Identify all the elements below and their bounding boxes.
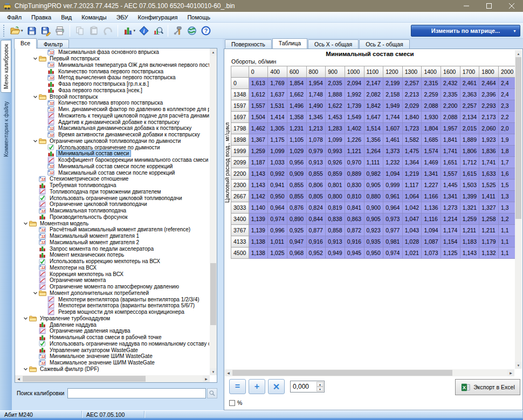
scroll-left-arrow[interactable]: ◀ [225, 369, 232, 376]
table-cell[interactable]: 0,872 [345, 225, 364, 236]
tree-item[interactable]: .12Максимальная динамическая добавка к п… [16, 125, 209, 132]
tree-item[interactable]: .12Максимальный момент двигателя 1 [16, 233, 209, 239]
table-cell[interactable]: 0,859 [326, 168, 345, 180]
column-header[interactable]: 1000 [345, 66, 364, 78]
table-cell[interactable]: 0,889 [345, 168, 364, 180]
table-cell[interactable]: 1,099 [326, 134, 345, 146]
row-header[interactable]: 1697 [231, 112, 249, 123]
save-file-button[interactable] [25, 24, 39, 38]
table-cell[interactable]: 0,855 [287, 180, 306, 191]
table-cell[interactable]: 1,139 [249, 225, 268, 236]
scroll-right-arrow[interactable]: ▶ [507, 369, 514, 376]
table-cell[interactable]: 2,035 [326, 78, 345, 89]
table-cell[interactable]: 1,651 [441, 157, 460, 168]
tree-item[interactable]: .12Мехпотери на ВСХ [16, 265, 209, 271]
table-cell[interactable]: 1,804 [422, 123, 441, 134]
table-cell[interactable]: 1,078 [306, 134, 326, 146]
tree-item[interactable]: Номинальный состав смеси в рабочей точке [16, 334, 209, 341]
table-cell[interactable]: 1,143 [460, 247, 479, 259]
row-header[interactable]: 3767 [231, 225, 249, 236]
menu-item-1[interactable]: Файл [2, 13, 26, 22]
scroll-down-arrow[interactable]: ▼ [515, 362, 522, 369]
table-cell[interactable]: 1,414 [268, 112, 287, 123]
table-cell[interactable]: 0,858 [326, 225, 345, 236]
table-cell[interactable]: 1,356 [364, 134, 383, 146]
scroll-track[interactable] [22, 375, 203, 382]
table-cell[interactable]: 1,954 [306, 78, 326, 89]
table-cell[interactable]: 1,033 [268, 157, 287, 168]
table-cell[interactable]: 0,968 [287, 247, 306, 259]
content-tab-1[interactable]: Поверхность [225, 39, 272, 49]
add-value-button[interactable]: + [249, 379, 265, 394]
column-header[interactable]: 800 [306, 66, 326, 78]
tree-item[interactable]: Производительность форсунок [16, 214, 209, 221]
tree-item[interactable]: Аддитив к динамической добавке к поствпр… [16, 119, 209, 125]
tree-item[interactable]: .12Минимальная температура ОЖ для включе… [16, 62, 209, 68]
table-cell[interactable]: 2,200 [441, 100, 460, 112]
table-cell[interactable]: 1,957 [441, 123, 460, 134]
table-cell[interactable]: 1,143 [249, 168, 268, 180]
table-cell[interactable]: 2,315 [422, 78, 441, 89]
table-cell[interactable]: 1,043 [402, 225, 422, 236]
scroll-track[interactable] [232, 369, 507, 376]
menu-item-5[interactable]: ЭБУ [112, 13, 133, 22]
table-cell[interactable]: 1,647 [364, 112, 383, 123]
tree-item[interactable]: .12Максимальная топливоподача [16, 208, 209, 214]
tree-item[interactable]: .12Мин. динамический фактор по давлению … [16, 106, 209, 113]
row-header[interactable]: 3400 [231, 214, 249, 225]
table-cell[interactable]: 1,613 [249, 78, 268, 89]
table-cell[interactable]: 1,042 [402, 202, 422, 214]
table-cell[interactable]: 0,916 [345, 236, 364, 247]
table-cell[interactable]: 1,231 [287, 123, 306, 134]
maximize-button[interactable] [478, 0, 500, 12]
tree-item[interactable]: Сажевый фильтр (DPF) [16, 366, 209, 373]
table-cell[interactable]: 1,582 [402, 134, 422, 146]
column-header[interactable]: 1100 [364, 66, 383, 78]
table-cell[interactable]: 0,830 [345, 180, 364, 191]
scroll-track[interactable] [210, 56, 217, 368]
table-cell[interactable]: 1,490 [306, 100, 326, 112]
table-cell[interactable]: 1,741 [479, 157, 499, 168]
paste-button[interactable] [87, 24, 101, 38]
tree-item[interactable]: Запрос момента по педали акселератора [16, 245, 209, 252]
chevron-down-icon[interactable] [23, 221, 28, 226]
tree-item[interactable]: Управление турбонаддувом [16, 315, 209, 322]
chevron-down-icon[interactable] [23, 367, 28, 371]
table-cell[interactable]: 1,099 [268, 146, 287, 157]
table-cell[interactable]: 1,930 [422, 112, 441, 123]
table-cell[interactable]: 1,367 [249, 134, 268, 146]
table-cell[interactable]: 1,739 [345, 100, 364, 112]
table-cell[interactable]: 1,139 [249, 214, 268, 225]
chevron-down-icon[interactable] [33, 139, 38, 143]
tree-item[interactable]: Мехпотери вентилятора (варианты вентилят… [16, 302, 209, 309]
tree-item[interactable]: Коррекция мехпотерь на ВСХ [16, 271, 209, 277]
table-cell[interactable]: 1,174 [441, 225, 460, 236]
table-cell[interactable]: 1,662 [287, 89, 306, 100]
calibration-chart-button[interactable] [121, 24, 135, 38]
tree-item[interactable]: .12Максимальный момент двигателя 2 [16, 239, 209, 246]
table-cell[interactable]: 2,173 [479, 112, 499, 123]
table-cell[interactable]: 1,622 [326, 100, 345, 112]
row-header[interactable]: 2300 [231, 180, 249, 191]
column-header[interactable]: 1700 [460, 66, 479, 78]
column-header[interactable]: 1800 [479, 66, 499, 78]
table-cell[interactable]: 0,981 [383, 236, 403, 247]
row-header[interactable]: 2200 [231, 168, 249, 180]
tree-item[interactable]: Фаза первого поствпрыска [нсек.] [16, 87, 209, 94]
scroll-thumb[interactable] [515, 57, 521, 219]
table-cell[interactable]: 2,432 [441, 78, 460, 89]
row-header[interactable]: 1898 [231, 134, 249, 146]
table-cell[interactable]: 2,088 [422, 100, 441, 112]
row-header[interactable]: 1597 [231, 100, 249, 112]
table-cell[interactable]: 1,557 [249, 100, 268, 112]
table-cell[interactable]: 1,111 [364, 157, 383, 168]
table-cell[interactable]: 1,557 [441, 168, 460, 180]
column-header[interactable]: 400 [268, 66, 287, 78]
row-header[interactable]: 2667 [231, 191, 249, 202]
tree-item[interactable]: .12Максимальный состав смеси после корре… [16, 169, 209, 176]
scroll-up-arrow[interactable]: ▲ [210, 49, 217, 56]
table-cell[interactable]: 1,227 [422, 180, 441, 191]
spinner-down-arrow[interactable]: ▼ [316, 387, 324, 391]
table-cell[interactable]: 0,819 [326, 202, 345, 214]
value-spinner[interactable]: 0,000 ▲ ▼ [290, 381, 325, 393]
